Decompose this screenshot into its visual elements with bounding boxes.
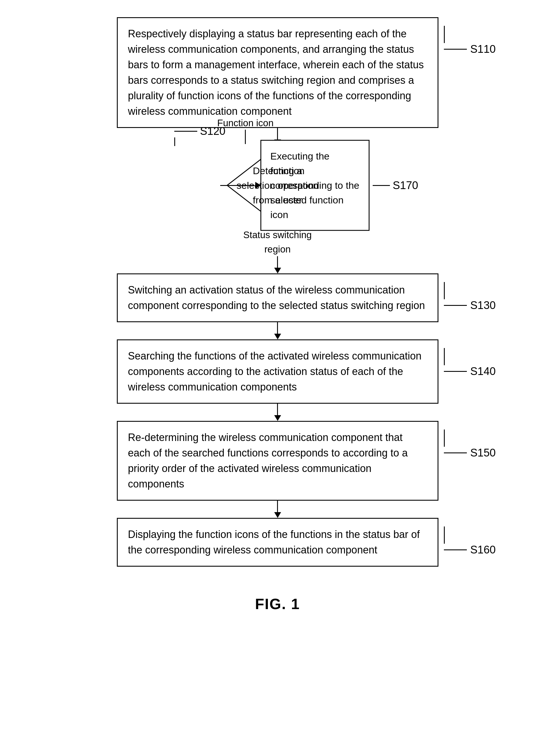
s170-label: S170 <box>393 179 418 192</box>
s140-text: Searching the functions of the activated… <box>128 350 422 393</box>
s150-wrapper: Re-determining the wireless communicatio… <box>117 421 438 501</box>
s110-wrapper: Respectively displaying a status bar rep… <box>117 17 438 128</box>
s110-box: Respectively displaying a status bar rep… <box>117 17 438 128</box>
s160-label-area: S160 <box>444 526 496 556</box>
s130-label-area: S130 <box>444 282 496 312</box>
s150-text: Re-determining the wireless communicatio… <box>128 431 408 490</box>
s110-label: S110 <box>470 43 496 55</box>
s160-box: Displaying the function icons of the fun… <box>117 518 438 567</box>
s130-box: Switching an activation status of the wi… <box>117 273 438 322</box>
s130-text: Switching an activation status of the wi… <box>128 284 425 311</box>
s140-label: S140 <box>470 365 496 378</box>
arrow-s130-s140 <box>274 322 281 339</box>
s150-label: S150 <box>470 447 496 459</box>
s130-wrapper: Switching an activation status of the wi… <box>117 273 438 322</box>
figure-label: FIG. 1 <box>255 595 300 613</box>
s110-text: Respectively displaying a status bar rep… <box>128 28 424 117</box>
s120-row: S120 Detecting a selection operation fro… <box>117 145 438 226</box>
s130-label: S130 <box>470 299 496 312</box>
s150-label-area: S150 <box>444 429 496 459</box>
s140-box: Searching the functions of the activated… <box>117 339 438 404</box>
s170-label-area: S170 <box>373 179 418 192</box>
s160-text: Displaying the function icons of the fun… <box>128 528 420 556</box>
diagram-container: Respectively displaying a status bar rep… <box>0 0 555 756</box>
s140-wrapper: Searching the functions of the activated… <box>117 339 438 404</box>
status-switching-annotation: Status switchingregion <box>243 228 311 256</box>
s150-box: Re-determining the wireless communicatio… <box>117 421 438 501</box>
s120-text: Detecting a selection operation from a u… <box>226 161 329 210</box>
s140-label-area: S140 <box>444 348 496 378</box>
arrow-s150-s160 <box>274 501 281 518</box>
s160-label: S160 <box>470 544 496 556</box>
arrow-s120-s130 <box>274 256 281 273</box>
arrow-s140-s150 <box>274 404 281 421</box>
s160-wrapper: Displaying the function icons of the fun… <box>117 518 438 567</box>
s110-label-area: S110 <box>444 26 496 55</box>
